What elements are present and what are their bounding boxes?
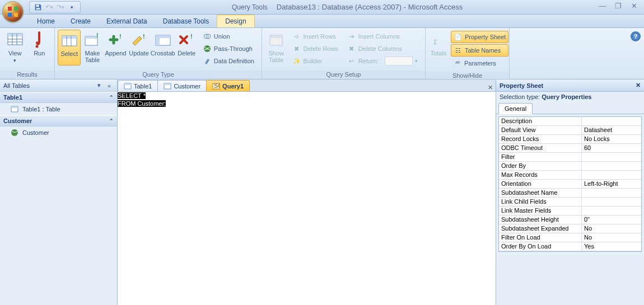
property-tab-general[interactable]: General xyxy=(498,103,533,114)
ribbon-group-query-type: Select ! Make Table ! Append ! Update Cr… xyxy=(55,28,262,79)
tab-external-data[interactable]: External Data xyxy=(99,15,155,27)
document-tab[interactable]: Customer xyxy=(157,80,207,91)
property-row[interactable]: Filter On LoadNo xyxy=(499,233,641,242)
property-row[interactable]: Subdatasheet ExpandedNo xyxy=(499,224,641,233)
select-query-button[interactable]: Select xyxy=(58,30,81,65)
property-row[interactable]: Max Records xyxy=(499,171,641,180)
document-tab[interactable]: SQLQuery1 xyxy=(206,80,250,91)
sql-view[interactable]: SELECT *FROM Customer; xyxy=(118,92,496,305)
nav-collapse-icon[interactable]: « xyxy=(105,81,114,90)
property-name: Link Child Fields xyxy=(499,198,582,206)
property-row[interactable]: ODBC Timeout60 xyxy=(499,144,641,153)
show-table-button[interactable]: Show Table xyxy=(265,30,288,64)
table-names-button[interactable]: ☷Table Names xyxy=(451,44,508,57)
property-value[interactable] xyxy=(582,117,641,125)
property-name: Orientation xyxy=(499,180,582,188)
pass-through-button[interactable]: Pass-Through xyxy=(200,43,256,54)
property-value[interactable] xyxy=(582,153,641,161)
qat-redo-icon[interactable]: ↷▾ xyxy=(55,2,66,12)
builder-label: Builder xyxy=(304,58,323,64)
group-label-results: Results xyxy=(0,71,54,79)
run-button[interactable]: Run xyxy=(27,30,52,64)
property-value[interactable]: Left-to-Right xyxy=(582,180,641,188)
property-row[interactable]: Subdatasheet Height0" xyxy=(499,215,641,224)
property-value[interactable]: Yes xyxy=(582,242,641,251)
nav-group-header[interactable]: Customer⌃ xyxy=(0,115,117,126)
property-value[interactable]: Datasheet xyxy=(582,126,641,134)
property-name: Description xyxy=(499,117,582,125)
tab-database-tools[interactable]: Database Tools xyxy=(155,15,217,27)
svg-rect-24 xyxy=(156,35,160,45)
delete-query-button[interactable]: ! Delete xyxy=(175,30,198,64)
nav-item-label: Table1 : Table xyxy=(22,106,60,112)
property-row[interactable]: Record LocksNo Locks xyxy=(499,135,641,144)
qat-undo-icon[interactable]: ↶▾ xyxy=(44,2,54,12)
property-row[interactable]: Order By On LoadYes xyxy=(499,242,641,251)
svg-text:!: ! xyxy=(190,33,193,40)
property-row[interactable]: Default ViewDatasheet xyxy=(499,126,641,135)
property-value[interactable] xyxy=(582,171,641,179)
minimize-button[interactable]: — xyxy=(597,1,608,10)
crosstab-button[interactable]: Crosstab xyxy=(151,30,175,64)
insert-columns-button[interactable]: ⇥Insert Columns xyxy=(345,31,420,42)
property-value[interactable]: 0" xyxy=(582,215,641,224)
property-value[interactable]: No xyxy=(582,224,641,233)
document-tab[interactable]: Table1 xyxy=(118,80,158,91)
property-row[interactable]: Link Child Fields xyxy=(499,198,641,207)
property-sheet-close-icon[interactable]: ✕ xyxy=(636,82,641,89)
delete-columns-button[interactable]: ✖Delete Columns xyxy=(345,43,420,54)
return-button[interactable]: ↩Return: ▾ xyxy=(345,55,420,67)
insert-rows-button[interactable]: ➩Insert Rows xyxy=(290,31,340,42)
parameters-button[interactable]: ᵃᵇParameters xyxy=(451,58,508,69)
property-row[interactable]: OrientationLeft-to-Right xyxy=(499,180,641,189)
office-button[interactable] xyxy=(2,1,25,24)
nav-dropdown-icon[interactable]: ▾ xyxy=(95,81,104,90)
document-close-button[interactable]: ✕ xyxy=(484,84,496,91)
tab-design[interactable]: Design xyxy=(217,15,254,27)
property-value[interactable]: No Locks xyxy=(582,135,641,143)
property-name: Subdatasheet Expanded xyxy=(499,224,582,233)
window-buttons: — ❐ ✕ xyxy=(597,1,640,10)
nav-header[interactable]: All Tables ▾ « xyxy=(0,79,117,92)
property-value[interactable] xyxy=(582,198,641,206)
return-combo[interactable] xyxy=(385,57,413,65)
nav-group-header[interactable]: Table1⌃ xyxy=(0,92,117,103)
property-value[interactable]: 60 xyxy=(582,144,641,152)
property-value[interactable]: No xyxy=(582,233,641,242)
ribbon-group-results: View▾ Run Results xyxy=(0,28,55,79)
doc-tab-label: Table1 xyxy=(134,83,152,90)
property-row[interactable]: Filter xyxy=(499,153,641,162)
append-button[interactable]: ! Append xyxy=(104,30,128,64)
view-button[interactable]: View▾ xyxy=(3,30,27,65)
builder-button[interactable]: ✨Builder xyxy=(290,55,340,67)
property-value[interactable] xyxy=(582,189,641,197)
qat-customize-icon[interactable]: ▾ xyxy=(67,2,77,12)
property-row[interactable]: Link Master Fields xyxy=(499,207,641,215)
data-definition-button[interactable]: Data Definition xyxy=(200,55,256,67)
svg-rect-38 xyxy=(164,83,171,85)
help-button[interactable]: ? xyxy=(631,31,641,41)
property-name: Order By On Load xyxy=(499,242,582,251)
svg-point-12 xyxy=(36,45,39,48)
property-row[interactable]: Order By xyxy=(499,162,641,171)
property-sheet-header: Property Sheet ✕ xyxy=(496,79,644,92)
delete-rows-button[interactable]: ✖Delete Rows xyxy=(290,43,340,54)
tab-create[interactable]: Create xyxy=(63,15,99,27)
property-name: ODBC Timeout xyxy=(499,144,582,152)
property-value[interactable] xyxy=(582,162,641,170)
union-button[interactable]: Union xyxy=(200,31,256,42)
tab-home[interactable]: Home xyxy=(29,15,63,27)
update-button[interactable]: ! Update xyxy=(127,30,150,64)
qat-save-icon[interactable] xyxy=(33,2,43,12)
pass-through-label: Pass-Through xyxy=(214,45,253,52)
close-button[interactable]: ✕ xyxy=(628,1,640,10)
nav-item[interactable]: Customer xyxy=(0,126,117,139)
nav-item[interactable]: Table1 : Table xyxy=(0,103,117,115)
totals-button[interactable]: Σ Totals xyxy=(428,30,449,64)
property-value[interactable] xyxy=(582,207,641,215)
property-row[interactable]: Description xyxy=(499,117,641,126)
property-sheet-button[interactable]: 📄Property Sheet xyxy=(451,31,508,43)
restore-button[interactable]: ❐ xyxy=(613,1,624,10)
make-table-button[interactable]: ! Make Table xyxy=(81,30,104,64)
property-row[interactable]: Subdatasheet Name xyxy=(499,189,641,198)
